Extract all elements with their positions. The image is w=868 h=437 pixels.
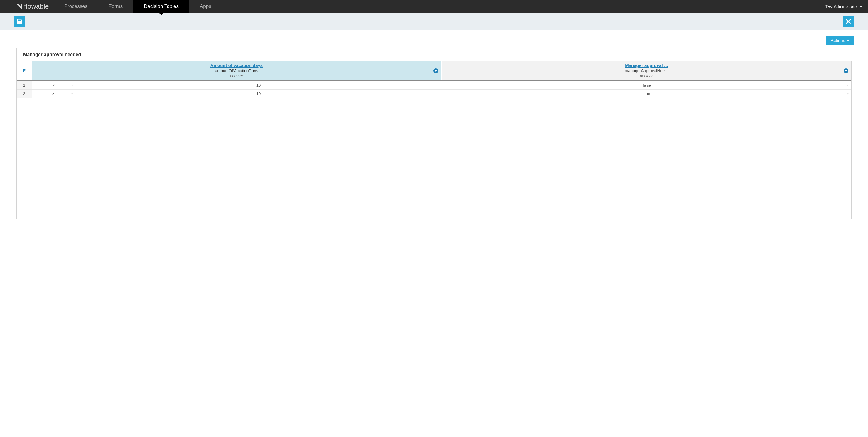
hit-policy-link[interactable]: F (23, 68, 26, 73)
nav-apps[interactable]: Apps (189, 0, 222, 13)
output-value: false (643, 83, 651, 88)
table-row: 1 < 10 false (17, 81, 851, 90)
output-value-cell[interactable]: true (442, 90, 851, 97)
input-column-variable: amountOfVacationDays (34, 68, 439, 73)
decision-table-header-row: F Amount of vacation days amountOfVacati… (17, 61, 851, 81)
tab-strip: Manager approval needed (17, 48, 851, 61)
output-value: true (644, 91, 650, 96)
input-value: 10 (256, 83, 260, 88)
actions-dropdown-button[interactable]: Actions (826, 35, 854, 45)
save-button[interactable] (14, 16, 25, 27)
close-button[interactable] (843, 16, 854, 27)
input-value-cell[interactable]: 10 (76, 81, 441, 89)
user-name: Test Administrator (826, 4, 858, 9)
operator-value: < (53, 83, 55, 88)
operator-cell[interactable]: < (32, 81, 76, 89)
close-icon (845, 18, 851, 25)
nav-apps-label: Apps (200, 3, 211, 9)
dropdown-caret-icon (71, 93, 73, 94)
plus-icon: + (435, 69, 437, 73)
content-area: Manager approval needed F Amount of vaca… (0, 48, 868, 225)
add-output-column-button[interactable]: + (844, 68, 848, 73)
operator-value: >= (52, 91, 56, 96)
table-row: 2 >= 10 true (17, 90, 851, 98)
decision-table-tab[interactable]: Manager approval needed (17, 48, 119, 61)
save-icon (17, 18, 23, 25)
user-menu[interactable]: Test Administrator (819, 0, 868, 13)
output-column-header[interactable]: Manager approval … managerApprovalNee… b… (442, 61, 851, 81)
dropdown-caret-icon (846, 85, 849, 86)
output-column-type: boolean (444, 74, 849, 78)
nav-decision-tables[interactable]: Decision Tables (133, 0, 189, 13)
decision-table-grid: F Amount of vacation days amountOfVacati… (17, 61, 851, 220)
output-column-title[interactable]: Manager approval … (444, 63, 849, 68)
decision-table-tab-label: Manager approval needed (23, 52, 81, 57)
brand-logo[interactable]: flowable (0, 0, 54, 13)
actions-label: Actions (831, 38, 845, 43)
dropdown-caret-icon (71, 85, 73, 86)
output-column-variable: managerApprovalNee… (444, 68, 849, 73)
input-value: 10 (256, 91, 260, 96)
caret-down-icon (847, 40, 849, 41)
chevron-down-icon (860, 6, 862, 7)
nav-decision-tables-label: Decision Tables (144, 3, 179, 9)
input-column-title[interactable]: Amount of vacation days (34, 63, 439, 68)
nav-processes[interactable]: Processes (54, 0, 98, 13)
nav-processes-label: Processes (64, 3, 88, 9)
hit-policy-cell[interactable]: F (17, 61, 32, 81)
nav-forms-label: Forms (108, 3, 123, 9)
input-value-cell[interactable]: 10 (76, 90, 441, 97)
dropdown-caret-icon (846, 93, 849, 94)
add-input-column-button[interactable]: + (433, 68, 438, 73)
brand-text: flowable (24, 3, 49, 10)
editor-toolbar (0, 13, 868, 30)
top-navbar: flowable Processes Forms Decision Tables… (0, 0, 868, 13)
nav-forms[interactable]: Forms (98, 0, 133, 13)
row-number[interactable]: 2 (17, 90, 32, 97)
brand-icon (17, 3, 22, 9)
operator-cell[interactable]: >= (32, 90, 76, 97)
plus-icon: + (845, 69, 847, 73)
input-column-header[interactable]: Amount of vacation days amountOfVacation… (32, 61, 441, 81)
row-number[interactable]: 1 (17, 81, 32, 89)
output-value-cell[interactable]: false (442, 81, 851, 89)
input-column-type: number (34, 74, 439, 78)
actions-row: Actions (0, 30, 868, 48)
